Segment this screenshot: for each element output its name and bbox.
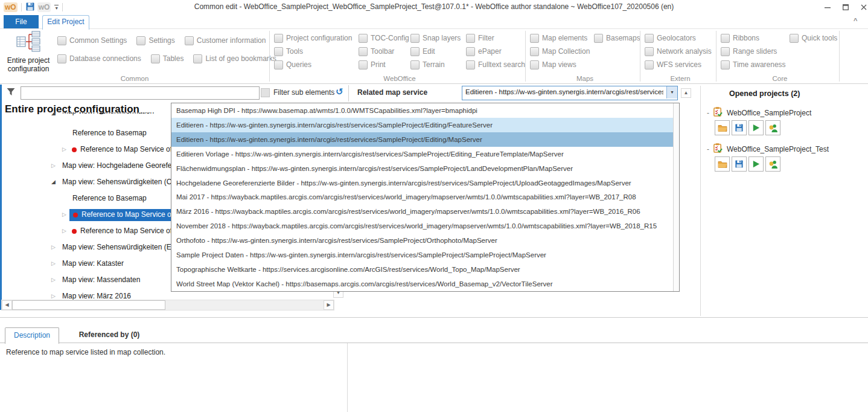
tree-horizontal-scrollbar[interactable]: ◀ ▶ bbox=[1, 300, 334, 311]
ribbon-item-list-of-geo-bookmarks[interactable]: List of geo bookmarks bbox=[193, 54, 276, 63]
ribbon-item-map-views[interactable]: Map views bbox=[530, 60, 593, 69]
scroll-left-icon[interactable]: ◀ bbox=[2, 300, 12, 310]
chevron-collapsed-icon[interactable]: ▷ bbox=[51, 163, 56, 169]
chevron-collapsed-icon[interactable]: ▷ bbox=[51, 260, 56, 266]
geolocators-icon bbox=[645, 34, 654, 43]
project-user-button[interactable] bbox=[765, 120, 780, 135]
tree-filter-input[interactable] bbox=[21, 86, 260, 100]
dropdown-item-selected[interactable]: Editieren - https://w-ws-ginten.synergis… bbox=[171, 132, 679, 147]
save-icon[interactable] bbox=[25, 2, 35, 13]
dropdown-item[interactable]: Topographische Weltkarte - https://servi… bbox=[171, 262, 679, 277]
combobox-dropdown-icon[interactable]: ▼ bbox=[666, 86, 677, 98]
ribbon-item-toc-config[interactable]: TOC-Config bbox=[359, 34, 416, 42]
chevron-expanded-icon[interactable]: ◢ bbox=[51, 179, 56, 185]
group-divider bbox=[839, 31, 840, 82]
qat-customize-icon[interactable]: ▼ bbox=[54, 5, 59, 10]
toolbar-icon bbox=[359, 47, 368, 56]
ribbon-item-database-connections[interactable]: Database connections bbox=[57, 54, 141, 63]
minimize-button[interactable] bbox=[819, 0, 837, 14]
open-project-button[interactable] bbox=[715, 120, 730, 135]
ribbon-item-queries[interactable]: Queries bbox=[274, 60, 357, 69]
ribbon-item-epaper[interactable]: ePaper bbox=[466, 47, 525, 56]
maximize-button[interactable] bbox=[837, 0, 855, 14]
filter-sub-elements-checkbox[interactable] bbox=[261, 88, 270, 97]
project-row[interactable]: - WebOffice_SampleProject_Test bbox=[707, 143, 829, 155]
title-bar: Common edit - WebOffice_SampleProject_We… bbox=[0, 0, 868, 14]
ribbon-item-terrain[interactable]: Terrain bbox=[410, 60, 465, 69]
dropdown-item[interactable]: Flächenwidmungsplan - https://w-ws-ginte… bbox=[171, 161, 679, 176]
chevron-collapsed-icon[interactable]: ▷ bbox=[51, 293, 56, 299]
dropdown-item[interactable]: Sample Project Daten - https://w-ws-gint… bbox=[171, 248, 679, 262]
ribbon-item-tools[interactable]: Tools bbox=[274, 47, 357, 56]
ribbon-item-network-analysis[interactable]: Network analysis bbox=[645, 47, 716, 56]
collapse-dash-icon[interactable]: - bbox=[707, 145, 709, 153]
label: Print bbox=[371, 60, 386, 69]
chevron-expanded-icon[interactable]: ◢ bbox=[51, 112, 56, 116]
chevron-collapsed-icon[interactable]: ▷ bbox=[62, 228, 66, 234]
ribbon-item-customer-information[interactable]: Customer information bbox=[185, 36, 266, 45]
right-panel-scroll-up-icon[interactable]: ▲ bbox=[681, 88, 691, 98]
ribbon-item-range-sliders[interactable]: Range sliders bbox=[721, 47, 788, 56]
scroll-right-icon[interactable]: ▶ bbox=[324, 300, 334, 310]
filter-funnel-icon bbox=[466, 34, 475, 43]
ribbon-item-fulltext-search[interactable]: Fulltext search bbox=[466, 60, 525, 69]
tree-item-label: Reference to Basemap bbox=[72, 194, 147, 202]
run-project-button[interactable] bbox=[748, 120, 764, 135]
chevron-collapsed-icon[interactable]: ▷ bbox=[62, 211, 66, 217]
ribbon-item-quick-tools[interactable]: Quick tools bbox=[790, 34, 839, 42]
open-project-button[interactable] bbox=[715, 156, 730, 172]
dropdown-item[interactable]: Hochgeladene Georeferenzierte Bilder - h… bbox=[171, 176, 679, 190]
ribbon-item-wfs-services[interactable]: WFS services bbox=[645, 60, 716, 69]
ribbon-item-map-collection[interactable]: Map Collection bbox=[530, 47, 593, 56]
scrollbar-thumb[interactable] bbox=[12, 300, 165, 310]
entire-project-configuration-button[interactable]: Entire project configuration bbox=[1, 30, 56, 80]
ribbon-item-basemaps[interactable]: Basemaps bbox=[594, 34, 640, 42]
label: Database connections bbox=[69, 54, 141, 63]
ribbon-item-toolbar[interactable]: Toolbar bbox=[359, 47, 416, 56]
collapse-dash-icon[interactable]: - bbox=[707, 109, 709, 117]
tab-file[interactable]: File bbox=[4, 15, 39, 28]
app-logo-icon[interactable]: wO bbox=[4, 2, 18, 12]
tab-description[interactable]: Description bbox=[5, 327, 59, 344]
ribbon-item-common-settings[interactable]: Common Settings bbox=[57, 36, 127, 45]
ribbon-item-map-elements[interactable]: Map elements bbox=[530, 34, 593, 42]
save-project-button[interactable] bbox=[732, 120, 747, 135]
dropdown-item[interactable]: Editieren Vorlage - https://w-ws-ginten.… bbox=[171, 147, 679, 161]
quick-access-toolbar: wO wO ▼ bbox=[4, 2, 66, 13]
chevron-collapsed-icon[interactable]: ▷ bbox=[51, 277, 56, 283]
project-name: WebOffice_SampleProject bbox=[727, 109, 811, 117]
dropdown-item-hover[interactable]: Editieren - https://w-ws-ginten.synergis… bbox=[171, 118, 679, 132]
dropdown-item[interactable]: Basemap High DPI - https://www.basemap.a… bbox=[171, 103, 679, 118]
ribbon-item-print[interactable]: Print bbox=[359, 60, 416, 69]
dropdown-item[interactable]: Mai 2017 - https://wayback.maptiles.arcg… bbox=[171, 190, 679, 205]
ribbon-item-tables[interactable]: Tables bbox=[151, 54, 184, 63]
tab-edit-project[interactable]: Edit Project bbox=[42, 15, 89, 30]
ribbon-item-ribbons[interactable]: Ribbons bbox=[721, 34, 788, 42]
group-label-maps: Maps bbox=[530, 75, 640, 82]
ribbon-item-time-awareness[interactable]: Time awareness bbox=[721, 60, 788, 69]
dropdown-item[interactable]: Orthofoto - https://w-ws-ginten.synergis… bbox=[171, 233, 679, 248]
project-user-button[interactable] bbox=[765, 156, 780, 172]
project-row[interactable]: - WebOffice_SampleProject bbox=[707, 106, 811, 119]
run-project-button[interactable] bbox=[748, 156, 764, 172]
ribbon-item-project-configuration[interactable]: Project configuration bbox=[274, 34, 357, 42]
chevron-collapsed-icon[interactable]: ▷ bbox=[51, 244, 56, 250]
tree-selection-highlight[interactable]: Reference to Map Service of bbox=[69, 209, 171, 221]
chevron-collapsed-icon[interactable]: ▷ bbox=[62, 146, 66, 152]
dropdown-scrollbar[interactable] bbox=[673, 103, 679, 291]
dropdown-item[interactable]: November 2018 - https://wayback.maptiles… bbox=[171, 219, 679, 233]
close-button[interactable] bbox=[855, 0, 868, 14]
label: Tools bbox=[286, 47, 303, 56]
dropdown-item[interactable]: World Street Map (Vektor Kachel) - https… bbox=[171, 277, 679, 291]
ribbon-item-geolocators[interactable]: Geolocators bbox=[645, 34, 716, 42]
ribbon-item-edit[interactable]: Edit bbox=[410, 47, 465, 56]
refresh-icon[interactable]: ↺ bbox=[336, 86, 343, 97]
collapse-ribbon-icon[interactable]: ^ bbox=[854, 17, 857, 24]
ribbon-item-settings[interactable]: Settings bbox=[136, 36, 174, 45]
ribbon-item-filter[interactable]: Filter bbox=[466, 34, 525, 42]
save-project-button[interactable] bbox=[732, 156, 747, 172]
related-map-service-combobox[interactable]: Editieren - https://w-ws-ginten.synergis… bbox=[462, 86, 678, 100]
tab-referenced-by[interactable]: Referenced by (0) bbox=[70, 327, 148, 343]
ribbon-item-snap-layers[interactable]: Snap layers bbox=[410, 34, 465, 42]
dropdown-item[interactable]: März 2016 - https://wayback.maptiles.arc… bbox=[171, 204, 679, 219]
